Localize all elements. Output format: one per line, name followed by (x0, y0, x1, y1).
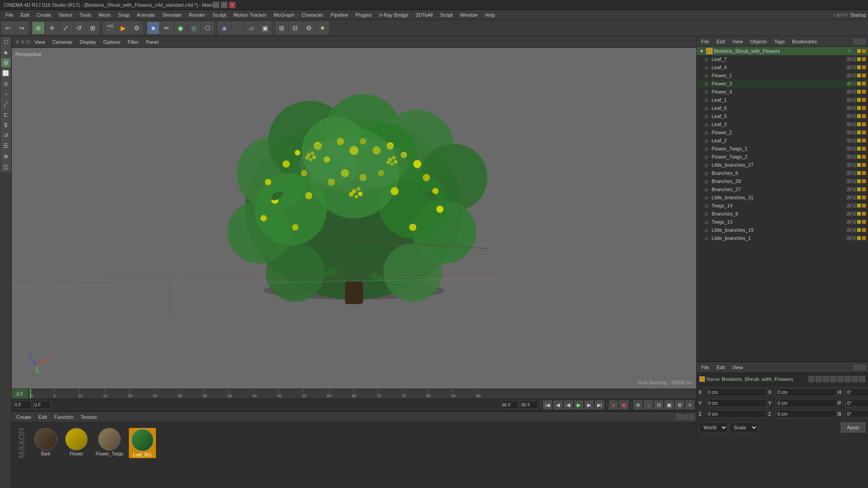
menu-select[interactable]: Select (55, 11, 76, 19)
coord-y-scale-field[interactable] (776, 399, 837, 407)
dot-texture[interactable] (862, 49, 866, 53)
timeline-settings[interactable]: ≡ (685, 400, 694, 409)
mat-menu-create[interactable]: Create (14, 413, 34, 421)
obj-manager-icon-2[interactable] (860, 39, 865, 44)
render-button[interactable]: ▶ (117, 22, 129, 34)
menu-render[interactable]: Render (185, 11, 209, 19)
viewport-menu-options[interactable]: Options (100, 38, 123, 46)
attr-menu-edit[interactable]: Edit (715, 364, 727, 371)
close-button[interactable]: ✕ (229, 2, 236, 8)
object-row-twigs14[interactable]: ▷ Twigs_14 (697, 202, 868, 210)
pen-button[interactable]: ✏ (160, 22, 173, 34)
poly-button[interactable]: ▣ (259, 22, 271, 34)
mat-menu-texture[interactable]: Texture (78, 413, 99, 421)
sidebar-btn-4[interactable]: ⬜ (1, 68, 11, 78)
coord-z-scale-field[interactable] (776, 410, 837, 418)
material-leaf-001[interactable]: Leaf_001 (129, 428, 156, 458)
menu-help[interactable]: Help (481, 11, 499, 19)
menu-animate[interactable]: Animate (133, 11, 159, 19)
sidebar-btn-7[interactable]: ╱ (1, 99, 11, 109)
mat-panel-icon-1[interactable] (676, 414, 682, 420)
maximize-button[interactable]: □ (221, 2, 227, 8)
attr-tb-4[interactable] (830, 376, 836, 382)
object-row-flower3[interactable]: ▷ Flower_3 (697, 80, 868, 88)
menu-character[interactable]: Character (298, 11, 327, 19)
mat-menu-edit[interactable]: Edit (36, 413, 50, 421)
coord-x-pos-field[interactable] (706, 388, 767, 396)
object-button[interactable]: ◈ (218, 22, 231, 34)
menu-file[interactable]: File (2, 11, 17, 19)
frame-total-field[interactable] (520, 401, 538, 409)
menu-plugins[interactable]: Plugins (352, 11, 375, 19)
mat-panel-icon-2[interactable] (683, 414, 688, 420)
dot-phong[interactable] (857, 49, 861, 53)
viewport-menu-view[interactable]: View (32, 38, 48, 46)
obj-menu-view[interactable]: View (731, 38, 745, 45)
object-row-branches9[interactable]: ▷ Branches_9 (697, 210, 868, 218)
object-row-flower4[interactable]: ▷ Flower_4 (697, 88, 868, 96)
attr-tb-5[interactable] (837, 376, 844, 382)
attr-tb-3[interactable] (823, 376, 829, 382)
sidebar-btn-8[interactable]: ⊏ (1, 110, 11, 120)
render-preview-button[interactable]: 🎬 (103, 22, 116, 34)
next-frame-button[interactable]: ▶ (585, 400, 594, 409)
playback-button[interactable]: ▣ (665, 400, 674, 409)
redo-button[interactable]: ↪ (15, 22, 28, 34)
move-tool-button[interactable]: ✛ (46, 22, 58, 34)
viewport-menu-display[interactable]: Display (77, 38, 99, 46)
apply-button[interactable]: Apply (841, 422, 865, 432)
object-row-leaf2[interactable]: ▷ Leaf_2 (697, 136, 868, 145)
object-row-branches6[interactable]: ▷ Branches_6 (697, 169, 868, 177)
coord-p-field[interactable] (845, 399, 868, 407)
attr-tb-8[interactable] (859, 376, 865, 382)
menu-3dtoall[interactable]: 3DToAll (412, 11, 436, 19)
object-row-leaf4[interactable]: ▷ Leaf_4 (697, 63, 868, 71)
material-bark[interactable]: Bark (32, 428, 59, 458)
object-row-root[interactable]: ▼ Berberis_Shrub_with_Flowers (697, 47, 868, 55)
attr-tb-1[interactable] (808, 376, 815, 382)
sidebar-btn-13[interactable]: ◫ (1, 162, 11, 172)
transform-mode-dropdown[interactable]: Scale Move Rotate (730, 422, 758, 432)
coord-y-pos-field[interactable] (706, 399, 767, 407)
coord-x-scale-field[interactable] (776, 388, 837, 396)
rotate-tool-button[interactable]: ↺ (73, 22, 85, 34)
object-row-lb1[interactable]: ▷ Little_branches_1 (697, 234, 868, 242)
coord-z-pos-field[interactable] (706, 410, 767, 418)
key-button[interactable]: ⬦ (644, 400, 653, 409)
goto-end-button[interactable]: ▶| (595, 400, 604, 409)
coord-mode-dropdown[interactable]: World Object Parent (699, 422, 728, 432)
dot-render[interactable] (852, 49, 856, 53)
sidebar-btn-3[interactable]: ⊞ (1, 58, 11, 68)
undo-button[interactable]: ↩ (2, 22, 14, 34)
object-row-flower-twigs2[interactable]: ▷ Flower_Twigs_2 (697, 153, 868, 161)
object-row-flower-twigs1[interactable]: ▷ Flower_Twigs_1 (697, 145, 868, 153)
menu-pipeline[interactable]: Pipeline (327, 11, 352, 19)
circle-button[interactable]: ◎ (188, 22, 200, 34)
frame-current-field[interactable] (33, 401, 51, 409)
material-flower-twigs[interactable]: Flower_Twigs (94, 428, 125, 458)
sidebar-btn-12[interactable]: ⊕ (1, 151, 11, 161)
attr-menu-file[interactable]: File (699, 364, 711, 371)
wire-button[interactable]: ⊟ (289, 22, 302, 34)
material-flower[interactable]: Flower (63, 428, 90, 458)
mat-panel-icon-3[interactable] (689, 414, 694, 420)
object-row-leaf5[interactable]: ▷ Leaf_5 (697, 112, 868, 120)
object-row-lb19[interactable]: ▷ Little_branches_19 (697, 226, 868, 234)
settings-button[interactable]: ⚙ (302, 22, 315, 34)
object-row-twigs13[interactable]: ▷ Twigs_13 (697, 218, 868, 226)
object-row-lb31[interactable]: ▷ Little_branches_31 (697, 193, 868, 202)
object-row-flower1[interactable]: ▷ Flower_1 (697, 71, 868, 80)
mat-menu-function[interactable]: Function (52, 413, 76, 421)
attr-tb-7[interactable] (852, 376, 858, 382)
sidebar-btn-6[interactable]: → (1, 89, 11, 99)
object-row-branches27[interactable]: ▷ Branches_27 (697, 185, 868, 193)
sidebar-btn-1[interactable]: ⬡ (1, 37, 11, 47)
edge-button[interactable]: ▱ (245, 22, 258, 34)
ik-button[interactable]: ⊟ (654, 400, 663, 409)
obj-menu-bookmarks[interactable]: Bookmarks (790, 38, 819, 45)
menu-script[interactable]: Script (436, 11, 456, 19)
obj-manager-icon-1[interactable] (854, 39, 859, 44)
menu-mograph[interactable]: MoGraph (270, 11, 298, 19)
minimize-button[interactable]: ─ (213, 2, 219, 8)
prev-frame-button[interactable]: ◀ (553, 400, 562, 409)
